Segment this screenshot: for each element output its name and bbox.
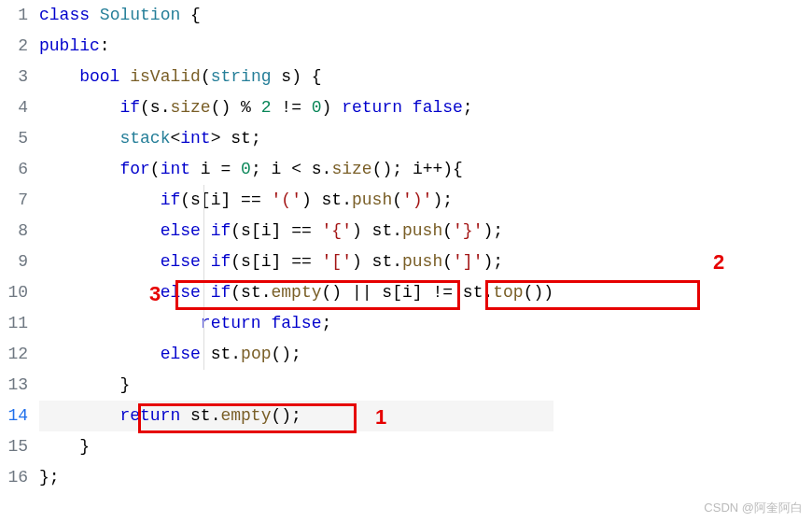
annotation-label-2: 2 xyxy=(713,250,724,275)
line-number: 9 xyxy=(0,247,28,277)
line-number: 16 xyxy=(0,462,28,493)
line-number: 12 xyxy=(0,339,28,370)
code-line: else if(s[i] == '{') st.push('}'); xyxy=(39,216,553,247)
code-line: else if(st.empty() || s[i] != st.top()) xyxy=(39,277,553,308)
line-number: 14 xyxy=(0,401,28,431)
line-number: 4 xyxy=(0,92,28,123)
code-line: else st.pop(); xyxy=(39,339,553,370)
code-line: bool isValid(string s) { xyxy=(39,62,553,92)
line-number: 3 xyxy=(0,62,28,92)
line-number: 10 xyxy=(0,277,28,308)
annotation-label-3: 3 xyxy=(149,282,161,306)
line-number: 2 xyxy=(0,31,28,62)
line-number: 7 xyxy=(0,185,28,216)
line-number: 6 xyxy=(0,154,28,185)
line-number: 13 xyxy=(0,370,28,401)
annotation-label-1: 1 xyxy=(375,405,386,430)
code-line: if(s[i] == '(') st.push(')'); xyxy=(39,185,553,216)
line-number: 11 xyxy=(0,308,28,339)
line-number: 15 xyxy=(0,431,28,462)
code-line: }; xyxy=(39,462,553,493)
line-number: 5 xyxy=(0,123,28,154)
code-line: } xyxy=(39,431,553,462)
code-line: if(s.size() % 2 != 0) return false; xyxy=(39,92,553,123)
code-editor: 12345678910111213141516 3 2 1 class Solu… xyxy=(0,0,812,493)
code-line: else if(s[i] == '[') st.push(']'); xyxy=(39,247,553,277)
code-line: return false; xyxy=(39,308,553,339)
code-line: } xyxy=(39,370,553,401)
code-line: stack<int> st; xyxy=(39,123,553,154)
line-number: 1 xyxy=(0,0,28,31)
code-line: return st.empty(); xyxy=(39,401,553,431)
code-line: for(int i = 0; i < s.size(); i++){ xyxy=(39,154,553,185)
code-line: class Solution { xyxy=(39,0,553,31)
code-area: 3 2 1 class Solution {public: bool isVal… xyxy=(39,0,553,493)
watermark: CSDN @阿奎阿白 xyxy=(704,500,803,516)
code-line: public: xyxy=(39,31,553,62)
line-number-gutter: 12345678910111213141516 xyxy=(0,0,39,493)
line-number: 8 xyxy=(0,216,28,247)
